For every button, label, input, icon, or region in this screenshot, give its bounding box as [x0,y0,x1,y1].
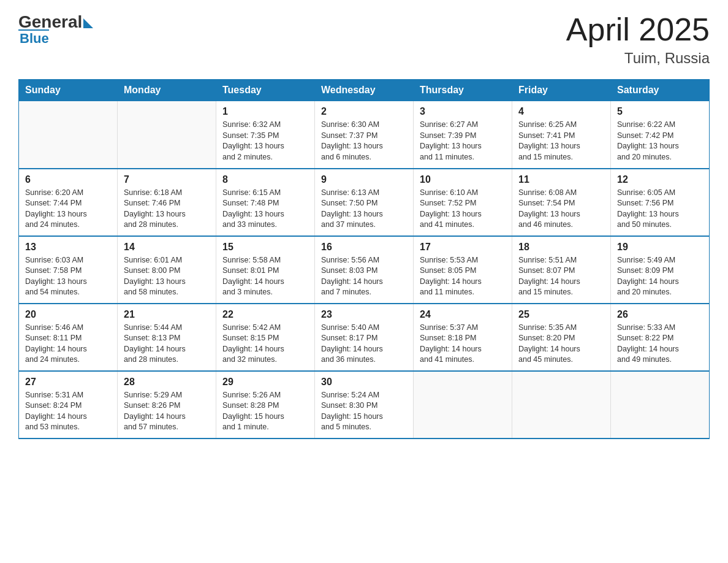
week-row-5: 27Sunrise: 5:31 AM Sunset: 8:24 PM Dayli… [19,371,710,439]
calendar-cell: 22Sunrise: 5:42 AM Sunset: 8:15 PM Dayli… [216,304,315,371]
calendar-cell: 24Sunrise: 5:37 AM Sunset: 8:18 PM Dayli… [414,304,512,371]
day-info: Sunrise: 6:20 AM Sunset: 7:44 PM Dayligh… [25,188,111,231]
calendar-cell [118,101,216,169]
day-number: 17 [420,242,506,253]
calendar-cell: 20Sunrise: 5:46 AM Sunset: 8:11 PM Dayli… [19,304,118,371]
week-row-1: 1Sunrise: 6:32 AM Sunset: 7:35 PM Daylig… [19,101,710,169]
calendar-cell: 15Sunrise: 5:58 AM Sunset: 8:01 PM Dayli… [216,236,315,304]
header-monday: Monday [118,80,216,101]
calendar-table: SundayMondayTuesdayWednesdayThursdayFrid… [18,79,710,439]
calendar-cell: 4Sunrise: 6:25 AM Sunset: 7:41 PM Daylig… [512,101,611,169]
header-friday: Friday [512,80,611,101]
page-header: General Blue April 2025 Tuim, Russia [18,12,710,67]
day-info: Sunrise: 5:44 AM Sunset: 8:13 PM Dayligh… [124,323,210,366]
day-number: 11 [518,174,604,185]
day-info: Sunrise: 5:51 AM Sunset: 8:07 PM Dayligh… [518,255,604,298]
day-info: Sunrise: 5:31 AM Sunset: 8:24 PM Dayligh… [25,390,111,433]
calendar-cell: 25Sunrise: 5:35 AM Sunset: 8:20 PM Dayli… [512,304,611,371]
day-info: Sunrise: 5:49 AM Sunset: 8:09 PM Dayligh… [617,255,703,298]
calendar-cell: 5Sunrise: 6:22 AM Sunset: 7:42 PM Daylig… [611,101,710,169]
day-info: Sunrise: 5:40 AM Sunset: 8:17 PM Dayligh… [321,323,407,366]
calendar-cell: 16Sunrise: 5:56 AM Sunset: 8:03 PM Dayli… [315,236,414,304]
calendar-cell: 23Sunrise: 5:40 AM Sunset: 8:17 PM Dayli… [315,304,414,371]
calendar-cell: 7Sunrise: 6:18 AM Sunset: 7:46 PM Daylig… [118,169,216,236]
day-number: 7 [124,174,210,185]
day-info: Sunrise: 6:27 AM Sunset: 7:39 PM Dayligh… [420,120,506,163]
day-number: 21 [124,309,210,320]
day-number: 13 [25,242,111,253]
day-number: 24 [420,309,506,320]
day-info: Sunrise: 6:18 AM Sunset: 7:46 PM Dayligh… [124,188,210,231]
calendar-cell: 2Sunrise: 6:30 AM Sunset: 7:37 PM Daylig… [315,101,414,169]
calendar-cell: 26Sunrise: 5:33 AM Sunset: 8:22 PM Dayli… [611,304,710,371]
day-info: Sunrise: 6:22 AM Sunset: 7:42 PM Dayligh… [617,120,703,163]
week-row-3: 13Sunrise: 6:03 AM Sunset: 7:58 PM Dayli… [19,236,710,304]
day-info: Sunrise: 5:24 AM Sunset: 8:30 PM Dayligh… [321,390,407,433]
calendar-cell: 12Sunrise: 6:05 AM Sunset: 7:56 PM Dayli… [611,169,710,236]
calendar-body: 1Sunrise: 6:32 AM Sunset: 7:35 PM Daylig… [19,101,710,439]
day-number: 16 [321,242,407,253]
day-number: 19 [617,242,703,253]
day-info: Sunrise: 6:08 AM Sunset: 7:54 PM Dayligh… [518,188,604,231]
day-number: 1 [222,106,308,117]
calendar-cell: 17Sunrise: 5:53 AM Sunset: 8:05 PM Dayli… [414,236,512,304]
header-sunday: Sunday [19,80,118,101]
day-info: Sunrise: 6:15 AM Sunset: 7:48 PM Dayligh… [222,188,308,231]
day-number: 14 [124,242,210,253]
calendar-cell: 11Sunrise: 6:08 AM Sunset: 7:54 PM Dayli… [512,169,611,236]
day-number: 26 [617,309,703,320]
day-number: 6 [25,174,111,185]
logo-arrow-icon [83,18,93,28]
day-info: Sunrise: 5:46 AM Sunset: 8:11 PM Dayligh… [25,323,111,366]
calendar-cell: 1Sunrise: 6:32 AM Sunset: 7:35 PM Daylig… [216,101,315,169]
day-info: Sunrise: 6:25 AM Sunset: 7:41 PM Dayligh… [518,120,604,163]
day-number: 30 [321,377,407,388]
day-info: Sunrise: 5:42 AM Sunset: 8:15 PM Dayligh… [222,323,308,366]
day-info: Sunrise: 5:58 AM Sunset: 8:01 PM Dayligh… [222,255,308,298]
calendar-cell [414,371,512,439]
calendar-cell: 28Sunrise: 5:29 AM Sunset: 8:26 PM Dayli… [118,371,216,439]
day-number: 27 [25,377,111,388]
header-wednesday: Wednesday [315,80,414,101]
calendar-cell: 13Sunrise: 6:03 AM Sunset: 7:58 PM Dayli… [19,236,118,304]
calendar-cell: 30Sunrise: 5:24 AM Sunset: 8:30 PM Dayli… [315,371,414,439]
weekday-header-row: SundayMondayTuesdayWednesdayThursdayFrid… [19,80,710,101]
logo: General Blue [18,12,93,47]
day-info: Sunrise: 5:37 AM Sunset: 8:18 PM Dayligh… [420,323,506,366]
day-number: 3 [420,106,506,117]
day-number: 12 [617,174,703,185]
week-row-2: 6Sunrise: 6:20 AM Sunset: 7:44 PM Daylig… [19,169,710,236]
day-number: 15 [222,242,308,253]
calendar-cell [611,371,710,439]
header-thursday: Thursday [414,80,512,101]
day-number: 18 [518,242,604,253]
day-number: 2 [321,106,407,117]
day-info: Sunrise: 5:56 AM Sunset: 8:03 PM Dayligh… [321,255,407,298]
day-number: 10 [420,174,506,185]
calendar-title: April 2025 [566,12,710,47]
day-number: 20 [25,309,111,320]
calendar-cell: 14Sunrise: 6:01 AM Sunset: 8:00 PM Dayli… [118,236,216,304]
day-info: Sunrise: 5:26 AM Sunset: 8:28 PM Dayligh… [222,390,308,433]
calendar-cell: 27Sunrise: 5:31 AM Sunset: 8:24 PM Dayli… [19,371,118,439]
day-number: 23 [321,309,407,320]
calendar-cell: 8Sunrise: 6:15 AM Sunset: 7:48 PM Daylig… [216,169,315,236]
day-info: Sunrise: 6:05 AM Sunset: 7:56 PM Dayligh… [617,188,703,231]
calendar-cell: 29Sunrise: 5:26 AM Sunset: 8:28 PM Dayli… [216,371,315,439]
day-info: Sunrise: 6:03 AM Sunset: 7:58 PM Dayligh… [25,255,111,298]
day-number: 29 [222,377,308,388]
day-info: Sunrise: 5:53 AM Sunset: 8:05 PM Dayligh… [420,255,506,298]
calendar-cell: 18Sunrise: 5:51 AM Sunset: 8:07 PM Dayli… [512,236,611,304]
day-number: 22 [222,309,308,320]
header-tuesday: Tuesday [216,80,315,101]
week-row-4: 20Sunrise: 5:46 AM Sunset: 8:11 PM Dayli… [19,304,710,371]
calendar-header: SundayMondayTuesdayWednesdayThursdayFrid… [19,80,710,101]
calendar-location: Tuim, Russia [566,50,710,67]
day-number: 9 [321,174,407,185]
day-number: 4 [518,106,604,117]
calendar-cell: 19Sunrise: 5:49 AM Sunset: 8:09 PM Dayli… [611,236,710,304]
day-info: Sunrise: 5:33 AM Sunset: 8:22 PM Dayligh… [617,323,703,366]
day-number: 28 [124,377,210,388]
day-info: Sunrise: 6:32 AM Sunset: 7:35 PM Dayligh… [222,120,308,163]
day-number: 25 [518,309,604,320]
